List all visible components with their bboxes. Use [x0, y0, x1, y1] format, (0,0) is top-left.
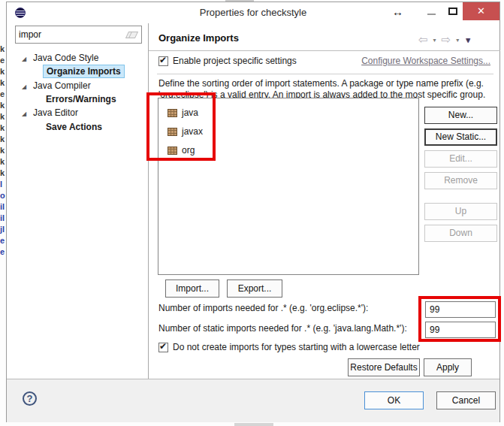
sidebar-item-label[interactable]: Java Code Style	[33, 52, 98, 65]
down-button: Down	[424, 225, 497, 242]
sidebar-item-label[interactable]: Java Editor	[33, 107, 78, 119]
properties-dialog: Properties for checkstyle ↔ ✕ ◢ Java Cod…	[6, 2, 500, 422]
back-dropdown-icon[interactable]: ▾	[433, 37, 436, 44]
sidebar-item-label[interactable]: Java Compiler	[33, 80, 91, 92]
imports-threshold-label: Number of imports needed for .* (e.g. 'o…	[158, 303, 368, 313]
tree-expand-icon[interactable]: ◢	[22, 107, 26, 120]
window-title: Properties for checkstyle	[7, 2, 499, 23]
forward-icon[interactable]: ⇨	[442, 33, 451, 47]
lowercase-types-label[interactable]: Do not create imports for types starting…	[173, 342, 420, 352]
annotation-box-thresholds	[418, 296, 501, 342]
enable-settings-label[interactable]: Enable project specific settings	[173, 56, 297, 66]
configure-workspace-link[interactable]: Configure Workspace Settings...	[361, 56, 490, 66]
checkmark-icon: ✔	[159, 55, 167, 65]
tree-expand-icon[interactable]: ◢	[22, 53, 26, 65]
up-button: Up	[424, 203, 497, 220]
cancel-button[interactable]: Cancel	[436, 391, 496, 409]
view-menu-icon[interactable]: ▼	[464, 36, 472, 44]
background-window-fragment: kekkekkkkkkkloililjlee	[0, 44, 6, 389]
footer: ? OK Cancel	[7, 379, 499, 422]
header-divider	[149, 50, 500, 51]
background-window-fragment	[234, 423, 273, 426]
description-text: Define the sorting order of import state…	[158, 78, 504, 89]
sidebar-item-label[interactable]: Errors/Warnings	[46, 93, 116, 106]
new-static-button[interactable]: New Static...	[424, 128, 497, 146]
restore-defaults-button[interactable]: Restore Defaults	[348, 358, 420, 376]
section-divider	[157, 74, 493, 74]
tree-expand-icon[interactable]: ◢	[22, 80, 26, 93]
checkmark-icon: ✔	[159, 341, 167, 352]
enable-settings-checkbox[interactable]: ✔	[158, 56, 168, 66]
background-text: kekkekkkkkkk	[0, 44, 5, 177]
ok-button[interactable]: OK	[364, 391, 424, 409]
resize-icon[interactable]: ↔	[392, 5, 403, 18]
title-bar[interactable]: Properties for checkstyle ↔ ✕	[7, 2, 499, 23]
apply-button[interactable]: Apply	[424, 358, 472, 376]
forward-dropdown-icon[interactable]: ▾	[456, 37, 459, 44]
screen: kekkekkkkkkkloililjlee Properties for ch…	[0, 0, 504, 426]
maximize-button[interactable]	[448, 8, 457, 15]
sidebar-divider	[148, 23, 149, 379]
page-navigation: ⇦ ▾ ⇨ ▾ ▼	[418, 33, 496, 47]
help-icon[interactable]: ?	[23, 391, 37, 406]
minimize-button[interactable]	[427, 14, 436, 15]
sidebar-item-label[interactable]: Organize Imports	[43, 65, 125, 78]
export-button[interactable]: Export...	[227, 279, 282, 298]
annotation-box-import-order	[146, 92, 216, 161]
back-icon[interactable]: ⇦	[418, 33, 428, 47]
lowercase-types-checkbox[interactable]: ✔	[158, 343, 168, 352]
clear-filter-icon[interactable]	[125, 32, 138, 38]
remove-button: Remove	[424, 172, 497, 189]
static-imports-threshold-label: Number of static imports needed for .* (…	[158, 323, 407, 334]
background-text: loililjlee	[0, 180, 5, 256]
filter-input[interactable]	[19, 28, 124, 41]
new-button[interactable]: New...	[424, 107, 497, 124]
import-button[interactable]: Import...	[165, 279, 219, 298]
filter-field[interactable]	[15, 26, 142, 44]
edit-button: Edit...	[424, 150, 497, 168]
close-button[interactable]: ✕	[463, 2, 499, 20]
sidebar-item-label[interactable]: Save Actions	[46, 121, 102, 134]
page-title: Organize Imports	[158, 32, 239, 44]
